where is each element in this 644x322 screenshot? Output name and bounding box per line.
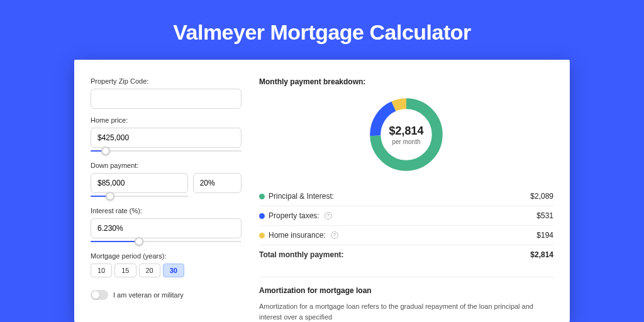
period-button-30[interactable]: 30 <box>163 264 184 277</box>
rate-label: Interest rate (%): <box>91 207 242 214</box>
total-label: Total monthly payment: <box>259 250 343 259</box>
breakdown-title: Monthly payment breakdown: <box>259 77 553 86</box>
period-button-20[interactable]: 20 <box>139 264 160 277</box>
page-title: Valmeyer Mortgage Calculator <box>0 0 644 60</box>
calculator-card: Property Zip Code: Home price: Down paym… <box>74 60 570 322</box>
price-label: Home price: <box>91 116 242 124</box>
breakdown-row-label: Property taxes: <box>269 211 319 220</box>
donut-amount: $2,814 <box>389 125 423 138</box>
amortization-title: Amortization for mortgage loan <box>259 286 553 295</box>
breakdown-row: Principal & Interest:$2,089 <box>259 187 553 206</box>
breakdown-row-label: Home insurance: <box>269 231 326 240</box>
price-input[interactable] <box>91 128 242 148</box>
down-amount-input[interactable] <box>91 173 188 193</box>
zip-input[interactable] <box>91 89 242 109</box>
breakdown-row-value: $531 <box>536 211 553 220</box>
breakdown-rows: Principal & Interest:$2,089Property taxe… <box>259 187 553 245</box>
breakdown-row-label: Principal & Interest: <box>269 192 334 201</box>
veteran-label: I am veteran or military <box>113 291 184 299</box>
legend-swatch <box>259 233 265 238</box>
breakdown-total-row: Total monthly payment: $2,814 <box>259 245 553 264</box>
payment-donut-chart: $2,814 per month <box>365 94 447 175</box>
help-icon[interactable]: ? <box>323 212 332 219</box>
breakdown-row-value: $2,089 <box>530 192 553 201</box>
period-button-10[interactable]: 10 <box>91 264 112 277</box>
period-label: Mortgage period (years): <box>91 252 242 260</box>
rate-input[interactable] <box>91 218 242 238</box>
period-button-15[interactable]: 15 <box>114 264 136 277</box>
total-value: $2,814 <box>530 250 553 259</box>
period-row: 10152030 <box>91 264 242 277</box>
down-percent-input[interactable] <box>193 173 242 193</box>
legend-swatch <box>259 194 265 199</box>
rate-slider[interactable] <box>91 238 242 245</box>
zip-label: Property Zip Code: <box>91 77 242 85</box>
veteran-toggle[interactable] <box>91 290 108 300</box>
breakdown-row: Property taxes:?$531 <box>259 206 553 225</box>
breakdown-panel: Monthly payment breakdown: $2,814 per mo… <box>259 77 553 322</box>
down-slider[interactable] <box>91 193 189 199</box>
help-icon[interactable]: ? <box>330 231 338 239</box>
price-slider[interactable] <box>91 148 242 154</box>
amortization-text: Amortization for a mortgage loan refers … <box>259 301 553 322</box>
legend-swatch <box>259 213 265 219</box>
amortization-section: Amortization for mortgage loan Amortizat… <box>259 277 553 322</box>
donut-sub: per month <box>392 138 420 145</box>
form-panel: Property Zip Code: Home price: Down paym… <box>91 77 242 322</box>
breakdown-row: Home insurance:?$194 <box>259 225 553 245</box>
down-label: Down payment: <box>91 162 242 169</box>
breakdown-row-value: $194 <box>536 231 553 240</box>
